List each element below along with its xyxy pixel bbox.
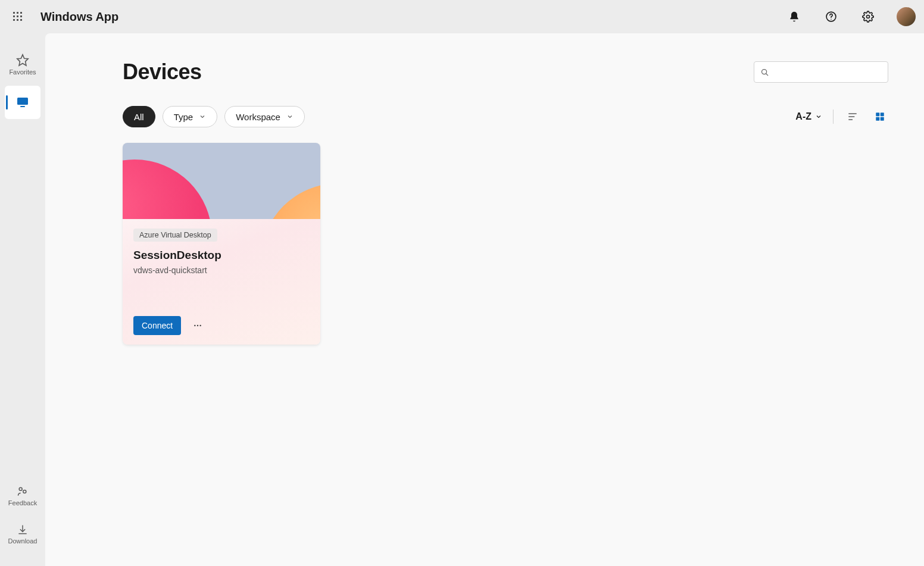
- device-badge: Azure Virtual Desktop: [133, 229, 217, 242]
- svg-rect-0: [13, 12, 15, 14]
- device-more-button[interactable]: [189, 317, 206, 334]
- svg-point-28: [200, 325, 201, 326]
- device-card-actions: Connect: [133, 316, 310, 335]
- device-title: SessionDesktop: [133, 249, 310, 262]
- bell-icon: [788, 11, 800, 23]
- filter-chip-all[interactable]: All: [123, 106, 155, 127]
- svg-rect-1: [17, 12, 18, 14]
- filter-chip-workspace[interactable]: Workspace: [224, 106, 305, 127]
- app-header: Windows App: [0, 0, 924, 33]
- svg-marker-12: [17, 54, 28, 65]
- device-subtitle: vdws-avd-quickstart: [133, 265, 310, 275]
- sidebar-item-feedback[interactable]: Feedback: [5, 479, 40, 512]
- view-controls: A-Z: [795, 108, 888, 125]
- search-box[interactable]: [754, 61, 888, 83]
- svg-rect-23: [881, 112, 884, 116]
- device-card[interactable]: Azure Virtual Desktop SessionDesktop vdw…: [123, 143, 320, 345]
- sidebar-item-devices[interactable]: [5, 86, 40, 119]
- svg-rect-13: [17, 98, 28, 105]
- chevron-down-icon: [199, 113, 206, 120]
- more-icon: [193, 321, 202, 330]
- filter-row: All Type Workspace A-Z: [123, 106, 888, 127]
- svg-point-11: [867, 15, 870, 18]
- gear-icon: [862, 11, 874, 23]
- app-launcher-button[interactable]: [8, 7, 27, 26]
- chip-label: Type: [174, 112, 193, 122]
- filter-chip-type[interactable]: Type: [163, 106, 218, 127]
- app-title: Windows App: [40, 10, 118, 24]
- sidebar-item-download[interactable]: Download: [5, 517, 40, 551]
- notifications-button[interactable]: [782, 5, 806, 29]
- chevron-down-icon: [815, 113, 822, 120]
- svg-rect-3: [13, 15, 15, 17]
- chip-label: Workspace: [236, 112, 280, 122]
- connect-button[interactable]: Connect: [133, 316, 181, 335]
- sidebar-item-label: Download: [8, 537, 38, 545]
- download-icon: [17, 524, 29, 536]
- devices-grid: Azure Virtual Desktop SessionDesktop vdw…: [123, 143, 888, 345]
- sidebar-item-favorites[interactable]: Favorites: [5, 48, 40, 81]
- view-grid-button[interactable]: [872, 108, 888, 125]
- svg-point-15: [19, 487, 22, 490]
- search-input[interactable]: [774, 67, 882, 77]
- svg-rect-2: [20, 12, 22, 14]
- main-panel: Devices All Type Wor: [45, 33, 924, 566]
- svg-line-18: [766, 73, 768, 75]
- svg-point-10: [831, 18, 832, 19]
- chip-label: All: [134, 112, 144, 122]
- svg-rect-7: [17, 19, 18, 21]
- page-title: Devices: [123, 60, 202, 85]
- view-list-button[interactable]: [844, 108, 861, 125]
- sidebar-item-label: Favorites: [9, 68, 36, 76]
- svg-point-16: [23, 490, 26, 493]
- star-icon: [16, 54, 29, 67]
- question-icon: [825, 11, 837, 23]
- chevron-down-icon: [286, 113, 294, 120]
- settings-button[interactable]: [856, 5, 880, 29]
- grid-icon: [875, 111, 885, 122]
- separator: [833, 110, 834, 124]
- sidebar: Favorites Feedback Download: [0, 33, 45, 566]
- svg-point-27: [197, 325, 198, 326]
- device-card-body: Azure Virtual Desktop SessionDesktop vdw…: [123, 219, 320, 345]
- svg-point-26: [194, 325, 195, 326]
- svg-rect-25: [881, 117, 884, 121]
- list-icon: [847, 111, 859, 123]
- feedback-icon: [17, 486, 29, 498]
- waffle-icon: [13, 12, 23, 21]
- svg-rect-22: [876, 112, 879, 116]
- sort-button[interactable]: A-Z: [795, 111, 822, 122]
- svg-point-17: [762, 69, 767, 74]
- svg-rect-5: [20, 15, 22, 17]
- svg-rect-8: [20, 19, 22, 21]
- svg-rect-6: [13, 19, 15, 21]
- svg-rect-4: [17, 15, 18, 17]
- search-icon: [760, 68, 769, 77]
- sidebar-item-label: Feedback: [8, 499, 37, 506]
- help-button[interactable]: [819, 5, 843, 29]
- device-card-hero: [123, 143, 320, 219]
- user-avatar[interactable]: [897, 7, 916, 26]
- sort-label: A-Z: [795, 111, 811, 122]
- svg-rect-24: [876, 117, 879, 121]
- monitor-icon: [15, 95, 30, 110]
- svg-rect-14: [20, 106, 25, 107]
